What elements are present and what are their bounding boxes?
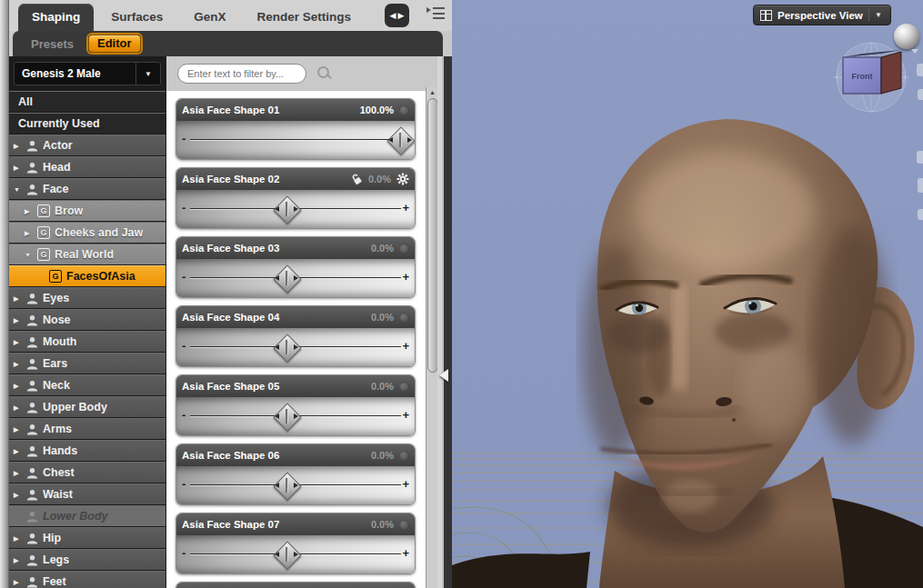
slider-body[interactable]: -+ (176, 466, 415, 504)
sidebar-item-head[interactable]: ▶Head (9, 156, 166, 178)
tab-scroll-right-icon[interactable]: ▶ (398, 11, 405, 20)
slider-handle[interactable] (386, 125, 415, 154)
sidebar-item-nose[interactable]: ▶Nose (9, 309, 166, 331)
panel-collapse-arrow[interactable] (439, 369, 448, 382)
slider-handle[interactable] (272, 333, 301, 362)
slider-body[interactable]: -+ (176, 397, 415, 435)
parameter-dot-icon[interactable] (399, 451, 409, 461)
slider-plus-button[interactable]: + (402, 202, 409, 214)
chevron-right-icon[interactable]: ▶ (14, 426, 22, 433)
sidebar-item-currently-used[interactable]: Currently Used (9, 113, 166, 135)
slider-plus-button[interactable]: + (402, 409, 409, 422)
parameter-dot-icon[interactable] (399, 313, 409, 323)
sidebar-item-facesofasia[interactable]: GFacesOfAsia (9, 265, 166, 287)
sidebar-item-ears[interactable]: ▶Ears (9, 353, 166, 374)
sidebar-item-upper-body[interactable]: ▶Upper Body (9, 396, 166, 418)
tab-render-settings[interactable]: Render Settings (244, 4, 366, 31)
chevron-right-icon[interactable]: ▶ (14, 557, 22, 563)
tab-surfaces[interactable]: Surfaces (97, 4, 176, 31)
tab-shaping[interactable]: Shaping (18, 4, 94, 31)
clipped-tool-icon[interactable] (918, 89, 923, 100)
chevron-down-icon[interactable] (911, 49, 918, 54)
slider-minus-button[interactable]: - (182, 547, 186, 560)
slider-handle[interactable] (272, 402, 301, 431)
slider-body[interactable]: -+ (176, 328, 415, 366)
tab-scroll-left-icon[interactable]: ◀ (390, 11, 396, 20)
slider-body[interactable]: -+ (176, 259, 415, 297)
chevron-right-icon[interactable]: ▶ (14, 383, 22, 389)
slider-handle[interactable] (272, 264, 301, 293)
chevron-right-icon[interactable]: ▶ (14, 143, 22, 149)
chevron-down-icon[interactable]: ▼ (25, 252, 33, 258)
clipped-tool-icon[interactable] (917, 64, 923, 76)
slider-handle[interactable] (272, 471, 301, 500)
slider-body[interactable]: -+ (176, 121, 415, 159)
slider-plus-button[interactable]: + (402, 478, 409, 491)
chevron-right-icon[interactable]: ▶ (25, 208, 33, 214)
sidebar-item-actor[interactable]: ▶Actor (9, 135, 166, 156)
chevron-right-icon[interactable]: ▶ (14, 470, 22, 476)
slider-plus-button[interactable]: + (402, 340, 409, 353)
camera-selector-button[interactable]: Perspective View ▼ (753, 5, 891, 25)
chevron-right-icon[interactable]: ▶ (14, 361, 22, 367)
sidebar-item-chest[interactable]: ▶Chest (9, 462, 166, 483)
clipped-tool-icon[interactable] (918, 178, 923, 193)
clipped-tool-icon[interactable] (918, 209, 923, 220)
slider-minus-button[interactable]: - (182, 340, 186, 353)
slider-plus-button[interactable]: + (402, 271, 409, 284)
slider-minus-button[interactable]: - (182, 478, 186, 491)
sidebar-item-all[interactable]: All (9, 91, 166, 113)
sidebar-item-arms[interactable]: ▶Arms (9, 418, 166, 440)
unlock-icon[interactable] (350, 173, 363, 185)
tab-genx[interactable]: GenX (180, 4, 239, 31)
chevron-right-icon[interactable]: ▶ (25, 230, 33, 236)
chevron-right-icon[interactable]: ▶ (14, 404, 22, 411)
parameter-dot-icon[interactable] (399, 520, 409, 530)
sidebar-item-waist[interactable]: ▶Waist (9, 483, 166, 505)
sidebar-item-brow[interactable]: ▶GBrow (9, 200, 166, 222)
chevron-down-icon[interactable]: ▼ (135, 63, 160, 85)
slider-body[interactable]: -+ (176, 190, 415, 228)
slider-minus-button[interactable]: - (182, 202, 186, 214)
chevron-right-icon[interactable]: ▶ (14, 295, 22, 302)
filter-input[interactable] (177, 64, 306, 84)
subtab-editor[interactable]: Editor (88, 35, 141, 53)
pane-menu-icon[interactable] (426, 7, 445, 22)
slider-plus-button[interactable]: + (402, 547, 409, 560)
sidebar-item-mouth[interactable]: ▶Mouth (9, 331, 166, 353)
figure-selector-dropdown[interactable]: Genesis 2 Male ▼ (14, 62, 161, 85)
parameter-dot-icon[interactable] (399, 105, 409, 115)
chevron-right-icon[interactable]: ▶ (14, 317, 22, 324)
sidebar-item-cheeks-and-jaw[interactable]: ▶GCheeks and Jaw (9, 222, 166, 244)
parameter-dot-icon[interactable] (399, 382, 409, 392)
chevron-right-icon[interactable]: ▶ (14, 535, 22, 542)
sidebar-item-hands[interactable]: ▶Hands (9, 440, 166, 462)
view-cube-control[interactable]: Front (832, 41, 910, 114)
slider-handle[interactable] (272, 540, 301, 569)
chevron-down-icon[interactable]: ▼ (14, 186, 22, 193)
viewport-3d[interactable]: Perspective View ▼ Front (452, 0, 923, 588)
slider-handle[interactable] (272, 194, 301, 224)
subtab-presets[interactable]: Presets (31, 37, 74, 51)
slider-minus-button[interactable]: - (182, 133, 186, 145)
chevron-right-icon[interactable]: ▶ (14, 579, 22, 585)
slider-minus-button[interactable]: - (182, 271, 186, 284)
sidebar-item-face[interactable]: ▼Face (9, 178, 166, 200)
sidebar-item-legs[interactable]: ▶Legs (9, 549, 166, 571)
search-icon[interactable] (317, 66, 332, 81)
sidebar-item-feet[interactable]: ▶Feet (9, 571, 166, 588)
chevron-right-icon[interactable]: ▶ (14, 339, 22, 345)
chevron-right-icon[interactable]: ▶ (14, 448, 22, 454)
parameter-dot-icon[interactable] (399, 244, 409, 254)
clipped-tool-icon[interactable] (917, 151, 923, 164)
slider-track[interactable] (190, 139, 401, 140)
sidebar-item-hip[interactable]: ▶Hip (9, 527, 166, 549)
gear-icon[interactable] (396, 173, 409, 185)
panel-viewport-divider[interactable] (437, 56, 452, 588)
sidebar-item-neck[interactable]: ▶Neck (9, 374, 166, 396)
slider-list-scrollbar[interactable]: ▲ (426, 87, 438, 588)
tab-scroll-buttons[interactable]: ◀ ▶ (385, 4, 409, 27)
chevron-down-icon[interactable]: ▼ (875, 11, 884, 19)
chevron-right-icon[interactable]: ▶ (14, 164, 22, 171)
chevron-right-icon[interactable]: ▶ (14, 492, 22, 498)
